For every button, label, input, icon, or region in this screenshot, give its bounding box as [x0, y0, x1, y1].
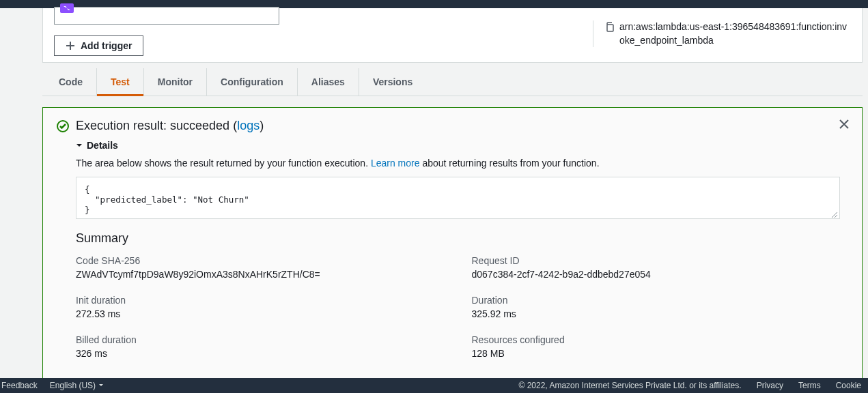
- language-selector[interactable]: English (US): [50, 381, 104, 390]
- copyright-text: © 2022, Amazon Internet Services Private…: [519, 381, 742, 390]
- resize-handle-icon[interactable]: [831, 210, 838, 217]
- terms-link[interactable]: Terms: [798, 381, 821, 390]
- function-tabs: Code Test Monitor Configuration Aliases …: [42, 68, 863, 96]
- trigger-box: [54, 7, 279, 25]
- tab-monitor[interactable]: Monitor: [144, 68, 207, 96]
- summary-item-sha: Code SHA-256 ZWAdVTcymf7tpD9aW8y92iOmxA3…: [76, 255, 445, 280]
- svg-rect-0: [607, 25, 613, 31]
- close-icon: [839, 119, 850, 130]
- cookie-link[interactable]: Cookie: [836, 381, 861, 390]
- summary-grid: Code SHA-256 ZWAdVTcymf7tpD9aW8y92iOmxA3…: [76, 255, 840, 359]
- result-title-suffix: ): [260, 119, 264, 132]
- add-trigger-button[interactable]: Add trigger: [54, 35, 143, 56]
- summary-item-billed: Billed duration 326 ms: [76, 334, 445, 359]
- add-trigger-label: Add trigger: [81, 40, 132, 51]
- tab-configuration[interactable]: Configuration: [207, 68, 298, 96]
- duration-value: 325.92 ms: [472, 308, 841, 319]
- lambda-service-icon: [60, 3, 74, 13]
- requestid-label: Request ID: [472, 255, 841, 266]
- init-label: Init duration: [76, 295, 445, 306]
- feedback-link[interactable]: Feedback: [1, 381, 38, 390]
- tab-code[interactable]: Code: [45, 68, 97, 96]
- duration-label: Duration: [472, 295, 841, 306]
- requestid-value: d067c384-2cf7-4242-b9a2-ddbebd27e054: [472, 269, 841, 280]
- function-overview-panel: Add trigger arn:aws:lambda:us-east-1:396…: [42, 8, 863, 63]
- details-body: The area below shows the result returned…: [76, 158, 848, 359]
- plus-icon: [66, 41, 75, 50]
- tab-test[interactable]: Test: [97, 68, 144, 96]
- summary-item-init: Init duration 272.53 ms: [76, 295, 445, 319]
- result-output[interactable]: { "predicted_label": "Not Churn" }: [76, 177, 840, 219]
- summary-item-resources: Resources configured 128 MB: [472, 334, 841, 359]
- footer-bar: Feedback English (US) © 2022, Amazon Int…: [0, 378, 868, 393]
- sha-value: ZWAdVTcymf7tpD9aW8y92iOmxA3s8NxAHrK5rZTH…: [76, 269, 445, 280]
- tab-aliases[interactable]: Aliases: [298, 68, 359, 96]
- resources-label: Resources configured: [472, 334, 841, 345]
- summary-item-requestid: Request ID d067c384-2cf7-4242-b9a2-ddbeb…: [472, 255, 841, 280]
- sha-label: Code SHA-256: [76, 255, 445, 266]
- billed-value: 326 ms: [76, 348, 445, 359]
- tab-versions[interactable]: Versions: [359, 68, 426, 96]
- privacy-link[interactable]: Privacy: [757, 381, 783, 390]
- init-value: 272.53 ms: [76, 308, 445, 319]
- success-icon: [57, 120, 69, 132]
- copy-icon[interactable]: [604, 22, 615, 33]
- learn-more-link[interactable]: Learn more: [371, 158, 420, 169]
- details-toggle[interactable]: Details: [76, 140, 118, 151]
- resources-value: 128 MB: [472, 348, 841, 359]
- caret-down-icon: [76, 142, 83, 149]
- result-title-prefix: Execution result: succeeded (: [76, 119, 237, 132]
- caret-down-icon: [98, 383, 104, 388]
- arn-text: arn:aws:lambda:us-east-1:396548483691:fu…: [619, 20, 851, 47]
- summary-title: Summary: [76, 231, 840, 246]
- summary-item-duration: Duration 325.92 ms: [472, 295, 841, 319]
- intro-text: The area below shows the result returned…: [76, 158, 840, 169]
- close-button[interactable]: [839, 119, 851, 131]
- details-label: Details: [87, 140, 118, 151]
- arn-display: arn:aws:lambda:us-east-1:396548483691:fu…: [593, 20, 851, 47]
- logs-link[interactable]: logs: [237, 119, 260, 132]
- result-header: Execution result: succeeded (logs): [57, 119, 848, 133]
- execution-result-panel: Execution result: succeeded (logs) Detai…: [42, 107, 863, 380]
- billed-label: Billed duration: [76, 334, 445, 345]
